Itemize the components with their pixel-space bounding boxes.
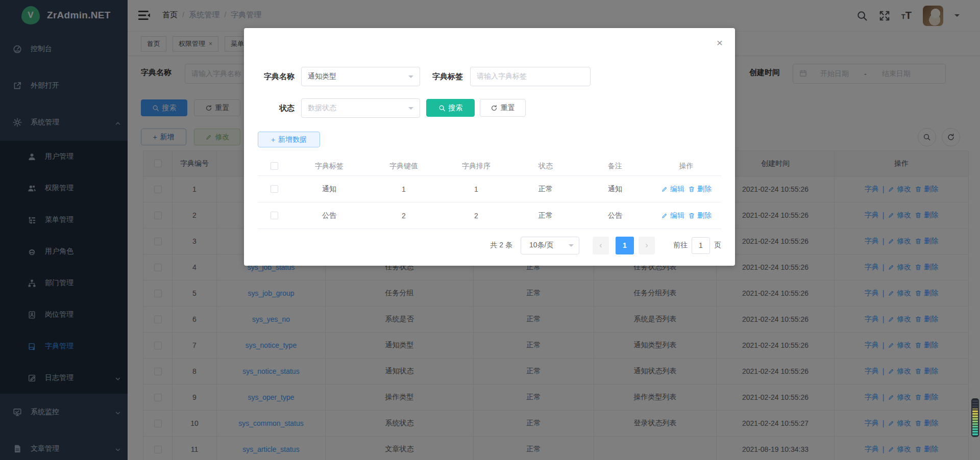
header-cell: 字典键值 [368,157,440,176]
header-cell: 字典标签 [291,157,368,176]
dict-sort-cell: 2 [440,202,512,229]
pagination-total: 共 2 条 [490,241,512,250]
table-row: 公告22正常公告 编辑 删除 [258,202,721,229]
modal-dict-name-label: 字典名称 [258,72,295,82]
modal-dict-name-select[interactable]: 通知类型 [301,67,420,86]
next-page-button[interactable]: › [639,237,655,254]
row-checkbox[interactable] [271,212,278,219]
goto-label: 前往 [673,241,688,250]
header-checkbox-cell [258,157,291,176]
chevron-down-icon [569,244,574,249]
app-screen: V ZrAdmin.NET 控制台 外部打开 系统管理 用户管理 权限管理 [0,0,980,460]
modal-reset-button[interactable]: 重置 [480,99,526,117]
edit-link[interactable]: 编辑 [661,185,684,194]
table-row: 通知11正常通知 编辑 删除 [258,176,721,202]
dict-data-dialog: × 字典名称 通知类型 字典标签 请输入字典标签 状态 数据状态 搜索 重置 +… [244,28,735,266]
dict-value-cell: 2 [368,202,440,229]
add-data-label: 新增数据 [278,135,307,144]
scroll-indicator-widget[interactable] [971,398,979,437]
header-cell: 状态 [512,157,579,176]
ops-cell: 编辑 删除 [651,176,721,202]
close-icon[interactable]: × [717,37,723,48]
remark-cell: 公告 [579,202,651,229]
dict-value-cell: 1 [368,176,440,202]
pagination: 共 2 条 10条/页 ‹ 1 › 前往 1 页 [244,236,721,254]
row-select-cell [258,202,291,229]
delete-link[interactable]: 删除 [688,185,712,194]
status-placeholder: 数据状态 [308,104,336,113]
status-cell: 正常 [512,202,579,229]
chevron-down-icon [408,75,413,81]
dict-data-table: 字典标签 字典键值 字典排序 状态 备注 操作 通知11正常通知 编辑 删除公告… [258,157,721,229]
remark-cell: 通知 [579,176,651,202]
header-cell: 字典排序 [440,157,512,176]
modal-search-button[interactable]: 搜索 [426,99,475,117]
dict-data-body: 通知11正常通知 编辑 删除公告22正常公告 编辑 删除 [258,176,721,229]
page-unit-label: 页 [714,241,721,250]
status-cell: 正常 [512,176,579,202]
header-cell: 备注 [579,157,651,176]
modal-search-label: 搜索 [449,104,463,113]
prev-page-button[interactable]: ‹ [593,237,609,254]
modal-reset-label: 重置 [501,104,515,113]
plus-icon: + [271,136,275,144]
modal-status-select[interactable]: 数据状态 [301,98,420,118]
edit-link[interactable]: 编辑 [661,211,684,220]
row-checkbox[interactable] [271,185,278,193]
ops-cell: 编辑 删除 [651,202,721,229]
select-all-checkbox[interactable] [271,162,278,170]
row-select-cell [258,176,291,202]
modal-status-label: 状态 [258,104,295,113]
select-value: 通知类型 [308,72,336,81]
dict-label-placeholder: 请输入字典标签 [477,72,527,81]
dict-data-header: 字典标签 字典键值 字典排序 状态 备注 操作 [258,157,721,176]
page-size-select[interactable]: 10条/页 [521,237,579,254]
chevron-down-icon [408,107,413,112]
page-size-value: 10条/页 [529,241,553,250]
header-cell: 操作 [651,157,721,176]
modal-dict-label-label: 字典标签 [426,72,463,82]
modal-dict-label-input[interactable]: 请输入字典标签 [470,67,591,86]
dict-label-cell: 公告 [291,202,368,229]
dict-sort-cell: 1 [440,176,512,202]
current-page-button[interactable]: 1 [616,237,634,254]
goto-page-input[interactable]: 1 [692,237,710,254]
dict-label-cell: 通知 [291,176,368,202]
add-data-button[interactable]: + 新增数据 [258,132,320,147]
delete-link[interactable]: 删除 [688,211,712,220]
